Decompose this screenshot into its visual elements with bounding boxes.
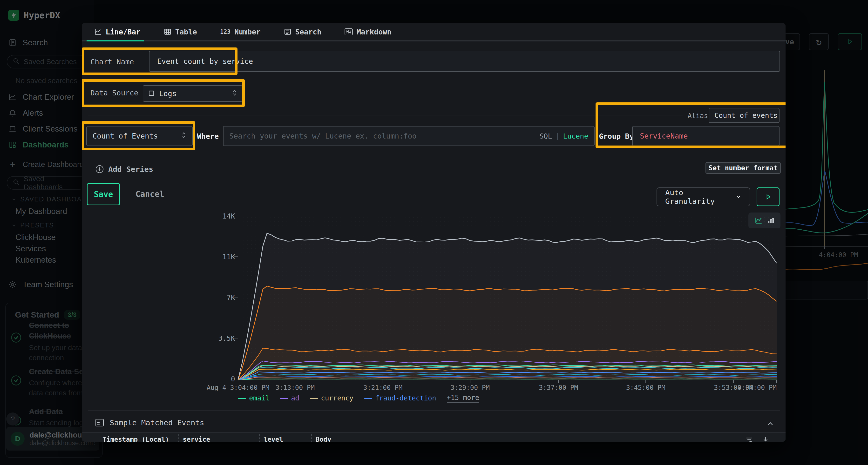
x-axis-tick-label: 3:29:00 PM: [451, 384, 490, 391]
x-axis-tick-label: 3:45:00 PM: [626, 384, 665, 391]
x-axis-tick-label: 3:13:00 PM: [276, 384, 315, 391]
divider: [88, 77, 780, 77]
set-number-format-button[interactable]: Set number format: [706, 162, 781, 174]
lucene-mode-toggle[interactable]: Lucene: [563, 132, 588, 140]
group-by-label: Group By: [599, 132, 634, 140]
select-updown-icon: [181, 132, 186, 140]
number-123-icon: 123: [220, 28, 230, 35]
column-separator[interactable]: [259, 434, 260, 442]
column-header-level[interactable]: level: [264, 436, 283, 442]
play-icon: [765, 193, 772, 200]
chevron-up-icon: [766, 420, 774, 428]
run-query-button[interactable]: [756, 188, 779, 206]
legend-item[interactable]: ad: [280, 394, 299, 403]
chart-name-input[interactable]: Event count by service: [149, 51, 780, 72]
data-source-label: Data Source: [90, 89, 138, 97]
aggregation-select[interactable]: Count of Events: [86, 126, 193, 146]
save-button[interactable]: Save: [87, 183, 120, 205]
table-icon: [164, 28, 172, 36]
x-axis-tick-label: Aug 4 3:04:00 PM: [207, 384, 269, 391]
column-separator[interactable]: [311, 434, 312, 442]
chart-name-label: Chart Name: [90, 58, 134, 66]
timeseries-chart[interactable]: [234, 215, 777, 387]
database-icon: [148, 89, 155, 98]
sample-matched-events-header[interactable]: Sample Matched Events: [95, 418, 204, 427]
sql-mode-toggle[interactable]: SQL: [539, 132, 552, 140]
legend-item[interactable]: +15 more: [447, 394, 479, 403]
tab-table[interactable]: Table: [161, 28, 200, 36]
list-icon: [95, 419, 104, 427]
x-axis-labels: Aug 4 3:04:00 PM3:13:00 PM3:21:00 PM3:29…: [238, 384, 777, 392]
chart-type-tabs: Line/Bar Table 123 Number Search: [91, 23, 394, 40]
divider: [88, 410, 780, 410]
where-search-input[interactable]: Search your events w/ Lucene ex. column:…: [223, 126, 595, 146]
column-header-service[interactable]: service: [183, 436, 210, 442]
alias-label: Alias: [688, 112, 708, 120]
tab-markdown[interactable]: Markdown: [342, 28, 395, 36]
add-series-button[interactable]: Add Series: [95, 165, 153, 173]
legend-item[interactable]: fraud-detection: [364, 394, 436, 403]
filter-icon[interactable]: [745, 436, 753, 442]
legend-item[interactable]: currency: [310, 394, 353, 403]
line-chart-icon: [94, 28, 102, 36]
column-header-body[interactable]: Body: [316, 436, 331, 442]
column-separator[interactable]: [179, 434, 179, 442]
x-axis-tick-label: 3:21:00 PM: [363, 384, 403, 391]
chevron-down-icon: [735, 194, 741, 200]
tab-line-bar[interactable]: Line/Bar: [91, 28, 144, 36]
chart-legend: emailadcurrencyfraud-detection+15 more: [238, 394, 479, 403]
events-table-header: Timestamp (Local) service level Body: [82, 432, 785, 442]
where-label: Where: [197, 132, 219, 140]
app-window: HyperDX Search Saved Searches No saved s…: [0, 0, 868, 465]
edit-chart-modal: Line/Bar Table 123 Number Search: [82, 23, 785, 442]
cancel-button[interactable]: Cancel: [135, 189, 164, 199]
y-axis-labels: 14K 11K 7K 3.5K 0: [210, 212, 235, 383]
list-icon: [284, 28, 291, 36]
group-by-input[interactable]: ServiceName: [632, 126, 779, 146]
tab-search[interactable]: Search: [281, 28, 324, 36]
circled-plus-icon: [95, 165, 104, 173]
markdown-icon: [345, 28, 353, 35]
granularity-select[interactable]: Auto Granularity: [656, 188, 750, 206]
select-updown-icon: [232, 89, 237, 98]
series-divider: [88, 115, 683, 115]
x-axis-tick-label: 4:04:00 PM: [737, 384, 777, 391]
alias-input[interactable]: Count of events: [709, 108, 779, 123]
tab-number[interactable]: 123 Number: [217, 28, 264, 36]
legend-item[interactable]: email: [238, 394, 269, 403]
data-source-select[interactable]: Logs: [143, 85, 243, 102]
collapse-section-button[interactable]: [766, 420, 774, 429]
x-axis-tick-label: 3:37:00 PM: [539, 384, 578, 391]
column-header-timestamp[interactable]: Timestamp (Local): [102, 436, 169, 442]
download-icon[interactable]: [762, 436, 770, 442]
where-placeholder: Search your events w/ Lucene ex. column:…: [229, 132, 416, 140]
